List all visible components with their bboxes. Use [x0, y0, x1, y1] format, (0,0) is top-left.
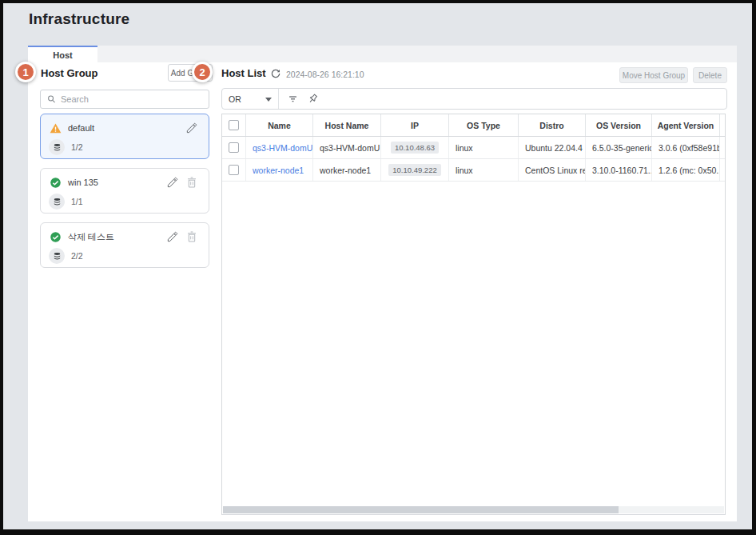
trash-icon[interactable]: [185, 176, 198, 189]
annotation-step-1: 1: [15, 62, 36, 82]
check-icon: [50, 177, 62, 189]
cell-os-version: 3.10.0-1160.71....: [586, 159, 652, 181]
annotation-step-2: 2: [192, 62, 213, 82]
cell-distro: Ubuntu 22.04.4 ...: [519, 137, 586, 158]
table-row[interactable]: qs3-HVM-domU qs3-HVM-domU 10.10.48.63 li…: [222, 137, 725, 159]
filter-operator-select[interactable]: OR: [222, 89, 279, 109]
table-header-row: Name Host Name IP OS Type Distro OS Vers…: [222, 114, 725, 137]
host-group-search[interactable]: [40, 90, 209, 109]
cell-agent-version: 1.2.6 (mc: 0x50...: [652, 159, 720, 181]
host-group-card-default[interactable]: default 1/2: [40, 114, 209, 159]
group-count: 2/2: [71, 251, 83, 261]
page-background: Infrastructure 1 2 Host Host Group Add G…: [3, 3, 752, 529]
host-count-chip: [49, 248, 65, 264]
move-host-group-button[interactable]: Move Host Group: [619, 67, 688, 83]
ip-badge: 10.10.48.63: [391, 142, 439, 154]
refreshed-timestamp: 2024-08-26 16:21:10: [286, 70, 364, 79]
cell-agent-version: 3.0.6 (0xf58e91b): [652, 137, 720, 158]
host-count-chip: [49, 194, 65, 210]
pin-icon[interactable]: [307, 93, 319, 105]
warning-icon: [50, 122, 62, 134]
column-header-host-name[interactable]: Host Name: [313, 114, 381, 136]
database-icon: [53, 143, 62, 152]
column-header-agent-version[interactable]: Agent Version: [652, 114, 720, 136]
cell-distro: CentOS Linux rel...: [519, 159, 586, 181]
database-icon: [53, 198, 62, 206]
host-group-title: Host Group: [41, 67, 98, 79]
column-header-name[interactable]: Name: [246, 114, 313, 136]
row-checkbox[interactable]: [229, 142, 239, 153]
chevron-down-icon: [265, 98, 272, 102]
cell-os-type: linux: [449, 137, 519, 158]
edit-icon[interactable]: [185, 122, 198, 134]
cell-os-version: 6.5.0-35-generic: [586, 137, 652, 158]
tab-bar: Host: [28, 46, 737, 62]
tab-host[interactable]: Host: [28, 46, 97, 62]
host-table: Name Host Name IP OS Type Distro OS Vers…: [221, 114, 726, 515]
column-header-clipped: [720, 114, 725, 136]
ip-badge: 10.10.49.222: [388, 164, 440, 176]
horizontal-scrollbar[interactable]: [223, 506, 724, 513]
host-group-card-win135[interactable]: win 135: [40, 168, 209, 214]
column-header-os-version[interactable]: OS Version: [586, 114, 652, 136]
cell-clipped: [720, 137, 733, 158]
group-name: default: [68, 123, 94, 133]
group-name: win 135: [68, 178, 98, 187]
host-name-link[interactable]: worker-node1: [253, 166, 304, 175]
column-header-distro[interactable]: Distro: [519, 114, 586, 136]
search-icon: [47, 94, 56, 104]
refresh-icon[interactable]: [270, 68, 281, 79]
host-count-chip: [49, 139, 65, 155]
cell-clipped: [720, 159, 733, 181]
column-header-os-type[interactable]: OS Type: [449, 114, 519, 136]
cell-host-name: qs3-HVM-domU: [313, 137, 381, 158]
trash-icon[interactable]: [185, 230, 198, 243]
content-card: Host Host Group Add Group: [28, 46, 737, 521]
check-icon: [50, 231, 62, 243]
page-title: Infrastructure: [29, 10, 129, 28]
edit-icon[interactable]: [166, 230, 179, 243]
group-count: 1/1: [71, 197, 83, 206]
app-window: Infrastructure 1 2 Host Host Group Add G…: [0, 0, 756, 535]
cell-os-type: linux: [449, 159, 519, 181]
filter-operator-value: OR: [229, 94, 241, 104]
database-icon: [53, 252, 62, 261]
filter-bar: OR: [221, 88, 727, 110]
group-count: 1/2: [71, 142, 83, 152]
select-all-checkbox[interactable]: [229, 120, 239, 130]
scrollbar-thumb[interactable]: [223, 506, 619, 513]
table-row[interactable]: worker-node1 worker-node1 10.10.49.222 l…: [222, 159, 725, 182]
row-checkbox[interactable]: [229, 165, 239, 175]
delete-button[interactable]: Delete: [693, 67, 727, 83]
host-list-title: Host List: [221, 67, 266, 79]
filter-icon[interactable]: [287, 93, 299, 105]
column-header-ip[interactable]: IP: [381, 114, 449, 136]
group-name: 삭제 테스트: [68, 231, 114, 243]
edit-icon[interactable]: [166, 176, 179, 189]
cell-host-name: worker-node1: [313, 159, 381, 181]
search-input[interactable]: [61, 94, 202, 104]
host-name-link[interactable]: qs3-HVM-domU: [253, 143, 312, 153]
host-group-card-delete-test[interactable]: 삭제 테스트: [40, 222, 209, 268]
